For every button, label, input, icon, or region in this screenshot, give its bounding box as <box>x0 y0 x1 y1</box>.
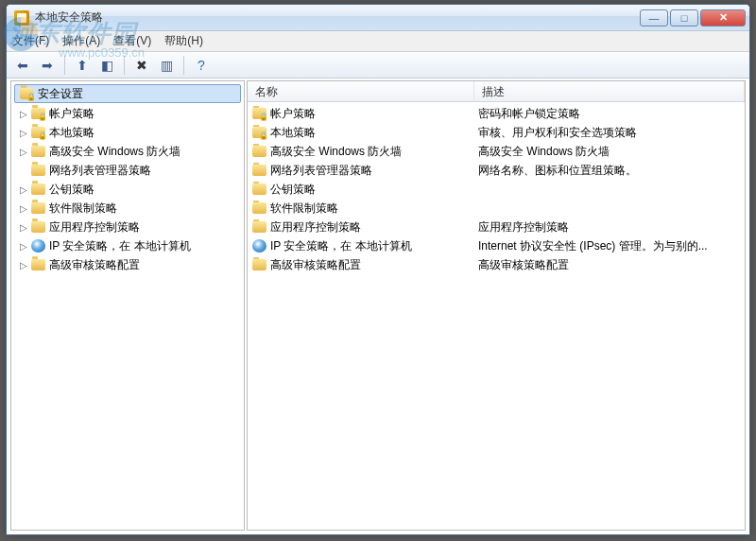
expander-icon[interactable]: ▷ <box>17 109 30 119</box>
folder-icon <box>30 257 45 272</box>
row-name-label: 应用程序控制策略 <box>270 219 361 236</box>
tree-item[interactable]: 网络列表管理器策略 <box>11 161 244 180</box>
row-name-label: 高级安全 Windows 防火墙 <box>270 144 402 160</box>
cell-name: IP 安全策略，在 本地计算机 <box>251 238 478 254</box>
toolbar: ⬅ ➡ ⬆ ◧ ✖ ▥ ? <box>7 52 749 79</box>
tree-item-label: IP 安全策略，在 本地计算机 <box>49 238 191 254</box>
tree-item-label: 帐户策略 <box>49 106 94 122</box>
tree-root-item[interactable]: 安全设置 <box>14 84 241 103</box>
tree-root-label: 安全设置 <box>38 86 83 102</box>
list-row[interactable]: 应用程序控制策略应用程序控制策略 <box>248 218 745 236</box>
cell-name: 高级安全 Windows 防火墙 <box>251 144 478 160</box>
titlebar[interactable]: 本地安全策略 — □ ✕ <box>7 5 749 31</box>
menu-help[interactable]: 帮助(H) <box>164 33 203 49</box>
expander-icon[interactable]: ▷ <box>17 260 30 270</box>
list-body[interactable]: 帐户策略密码和帐户锁定策略本地策略审核、用户权利和安全选项策略高级安全 Wind… <box>248 102 745 530</box>
folder-icon <box>251 182 266 197</box>
row-name-label: 帐户策略 <box>270 106 316 122</box>
cell-desc: 高级审核策略配置 <box>478 257 741 273</box>
list-row[interactable]: 本地策略审核、用户权利和安全选项策略 <box>248 123 745 142</box>
cell-desc: 密码和帐户锁定策略 <box>478 106 741 122</box>
delete-button[interactable]: ✖ <box>131 55 152 76</box>
expander-icon[interactable]: ▷ <box>17 184 30 195</box>
security-root-icon <box>19 86 34 101</box>
expander-icon[interactable]: ▷ <box>17 147 30 157</box>
folder-icon <box>30 144 45 159</box>
tree-item[interactable]: ▷IP 安全策略，在 本地计算机 <box>11 236 244 255</box>
show-hide-tree-button[interactable]: ◧ <box>96 55 117 76</box>
forward-button[interactable]: ➡ <box>37 55 58 76</box>
up-button[interactable]: ⬆ <box>72 55 93 76</box>
column-header-name[interactable]: 名称 <box>248 81 474 101</box>
menu-view[interactable]: 查看(V) <box>113 33 151 49</box>
list-row[interactable]: 高级安全 Windows 防火墙高级安全 Windows 防火墙 <box>248 142 745 161</box>
row-name-label: 本地策略 <box>270 125 316 141</box>
folder-icon <box>251 201 266 216</box>
cell-desc: Internet 协议安全性 (IPsec) 管理。为与别的... <box>478 238 741 254</box>
cell-name: 应用程序控制策略 <box>251 219 478 236</box>
folder-lock-icon <box>251 106 266 121</box>
expander-icon[interactable]: ▷ <box>17 128 30 138</box>
cell-name: 软件限制策略 <box>251 201 478 217</box>
tree-item[interactable]: ▷公钥策略 <box>11 180 244 199</box>
folder-icon <box>30 182 45 197</box>
folder-icon <box>30 219 45 235</box>
tree-item-label: 高级审核策略配置 <box>49 257 140 273</box>
column-header-desc[interactable]: 描述 <box>474 81 745 101</box>
list-row[interactable]: 软件限制策略 <box>248 199 745 218</box>
cell-name: 公钥策略 <box>251 182 478 198</box>
back-button[interactable]: ⬅ <box>12 55 33 76</box>
cell-name: 本地策略 <box>251 125 478 141</box>
properties-button[interactable]: ▥ <box>156 55 177 76</box>
row-name-label: 软件限制策略 <box>270 201 338 217</box>
tree-item-label: 应用程序控制策略 <box>49 219 140 236</box>
row-name-label: 公钥策略 <box>270 182 316 198</box>
expander-icon[interactable]: ▷ <box>17 203 30 214</box>
tree-item-label: 软件限制策略 <box>49 201 117 217</box>
list-row[interactable]: 公钥策略 <box>248 180 745 199</box>
list-row[interactable]: 高级审核策略配置高级审核策略配置 <box>248 255 745 274</box>
maximize-button[interactable]: □ <box>670 9 698 26</box>
cell-name: 网络列表管理器策略 <box>251 163 478 179</box>
tree-item[interactable]: ▷高级安全 Windows 防火墙 <box>11 142 244 161</box>
tree-item-label: 高级安全 Windows 防火墙 <box>49 144 180 160</box>
folder-icon <box>251 257 266 272</box>
menu-action[interactable]: 操作(A) <box>62 33 100 49</box>
main-window: 本地安全策略 — □ ✕ 文件(F) 操作(A) 查看(V) 帮助(H) ⬅ ➡… <box>6 4 750 535</box>
folder-icon <box>30 201 45 216</box>
tree-item[interactable]: ▷高级审核策略配置 <box>11 255 244 274</box>
folder-lock-icon <box>30 125 45 140</box>
tree: 安全设置 ▷帐户策略▷本地策略▷高级安全 Windows 防火墙网络列表管理器策… <box>11 81 244 276</box>
toolbar-separator <box>64 56 65 75</box>
expander-icon[interactable]: ▷ <box>17 222 30 233</box>
cell-desc: 高级安全 Windows 防火墙 <box>478 144 741 160</box>
list-header: 名称 描述 <box>248 81 745 102</box>
help-button[interactable]: ? <box>191 55 212 76</box>
tree-item-label: 公钥策略 <box>49 182 94 198</box>
tree-item[interactable]: ▷本地策略 <box>11 123 244 142</box>
list-row[interactable]: IP 安全策略，在 本地计算机Internet 协议安全性 (IPsec) 管理… <box>248 236 745 255</box>
close-button[interactable]: ✕ <box>700 9 746 26</box>
tree-item[interactable]: ▷帐户策略 <box>11 104 244 123</box>
folder-lock-icon <box>251 125 266 140</box>
cell-desc: 审核、用户权利和安全选项策略 <box>478 125 741 141</box>
expander-icon[interactable]: ▷ <box>17 241 30 252</box>
tree-item[interactable]: ▷软件限制策略 <box>11 199 244 218</box>
tree-pane[interactable]: 安全设置 ▷帐户策略▷本地策略▷高级安全 Windows 防火墙网络列表管理器策… <box>10 80 245 531</box>
tree-item-label: 网络列表管理器策略 <box>49 163 151 179</box>
menubar: 文件(F) 操作(A) 查看(V) 帮助(H) <box>7 31 749 52</box>
folder-icon <box>251 163 266 178</box>
row-name-label: 网络列表管理器策略 <box>270 163 372 179</box>
tree-item[interactable]: ▷应用程序控制策略 <box>11 218 244 236</box>
list-row[interactable]: 帐户策略密码和帐户锁定策略 <box>248 104 745 123</box>
cell-desc: 应用程序控制策略 <box>478 219 741 236</box>
ip-policy-icon <box>30 238 45 253</box>
list-row[interactable]: 网络列表管理器策略网络名称、图标和位置组策略。 <box>248 161 745 180</box>
toolbar-separator <box>183 56 184 75</box>
cell-desc: 网络名称、图标和位置组策略。 <box>478 163 741 179</box>
content-area: 安全设置 ▷帐户策略▷本地策略▷高级安全 Windows 防火墙网络列表管理器策… <box>7 79 749 534</box>
minimize-button[interactable]: — <box>640 9 668 26</box>
folder-icon <box>251 219 266 235</box>
ip-policy-icon <box>251 238 266 253</box>
cell-name: 帐户策略 <box>251 106 478 122</box>
